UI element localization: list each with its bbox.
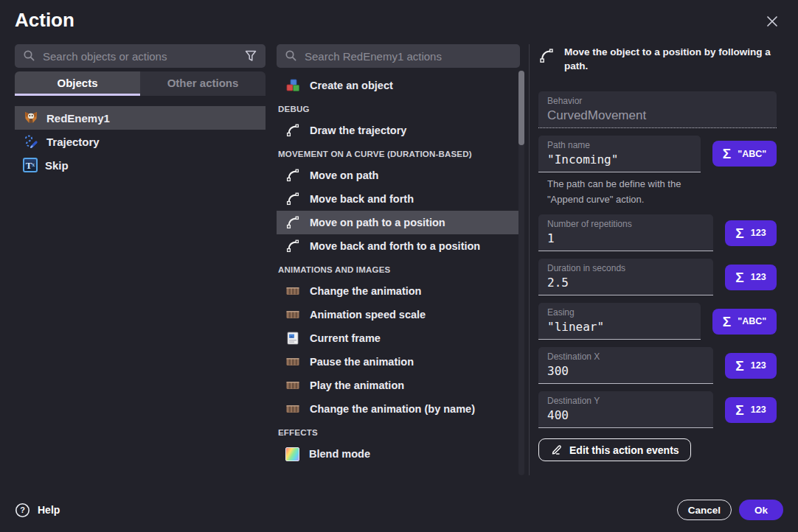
object-row-skip[interactable]: Tx Skip [15,153,266,177]
film-icon [285,307,300,322]
object-tabs: Objects Other actions [15,71,266,96]
easing-input[interactable] [547,318,692,335]
objects-panel: Objects Other actions RedEnemy1 [15,44,266,177]
destination-x-expression-button[interactable]: Σ 123 [725,353,777,379]
path-name-expression-button[interactable]: Σ "ABC" [712,141,777,167]
curve-icon [285,192,300,206]
help-icon: ? [15,503,30,518]
field-label: Destination Y [547,396,704,407]
action-description: Move the object to a position by followi… [538,46,777,74]
repetitions-expression-button[interactable]: Σ 123 [725,220,777,246]
easing-expression-button[interactable]: Σ "ABC" [712,309,777,335]
action-list-scrollbar[interactable] [518,70,524,475]
filter-icon[interactable] [243,49,258,63]
easing-field-row: Easing Σ "ABC" [538,303,777,340]
path-name-field: Path name [538,136,701,172]
duration-expression-button[interactable]: Σ 123 [725,265,777,290]
close-icon[interactable] [763,12,782,31]
destination-y-field-row: Destination Y Σ 123 [538,391,777,428]
svg-text:?: ? [20,505,25,514]
action-row-change-animation[interactable]: Change the animation [277,279,520,303]
object-label: Trajectory [46,136,100,148]
num-label: 123 [751,272,766,282]
action-label: Move on path [310,169,378,181]
ok-button[interactable]: Ok [739,500,783,520]
action-label: Animation speed scale [310,309,426,321]
curve-icon [285,168,300,183]
action-row-blend-mode[interactable]: Blend mode [277,442,520,466]
action-label: Create an object [310,80,393,91]
action-label: Blend mode [309,448,370,460]
cubes-icon [285,78,300,93]
repetitions-field: Number of repetitions [538,214,713,251]
destination-y-expression-button[interactable]: Σ 123 [725,397,777,423]
action-label: Move back and forth [310,193,414,205]
action-row-draw-trajectory[interactable]: Draw the trajectory [277,119,520,142]
field-label: Duration in seconds [547,263,704,274]
action-search-input[interactable] [305,50,513,63]
sigma-icon: Σ [735,359,743,373]
path-name-helper-text: The path can be define with the "Append … [547,177,718,208]
path-name-field-row: Path name Σ "ABC" [538,136,777,172]
scrollbar-thumb[interactable] [518,71,524,145]
destination-x-input[interactable] [547,363,704,379]
description-text: Move the object to a position by followi… [564,46,777,74]
duration-field: Duration in seconds [538,259,713,295]
action-row-create-object[interactable]: Create an object [277,74,520,97]
edit-button-label: Edit this action events [569,444,679,456]
action-label: Pause the animation [310,356,414,368]
path-name-input[interactable] [547,151,692,168]
destination-y-input[interactable] [547,407,704,424]
behavior-value: CurvedMovement [547,107,768,124]
blend-icon [285,447,299,461]
sigma-icon: Σ [735,270,743,284]
action-label: Change the animation (by name) [310,403,475,415]
tab-objects[interactable]: Objects [15,71,140,96]
tab-other-actions[interactable]: Other actions [140,71,266,96]
field-label: Path name [547,140,692,151]
action-label: Move back and forth to a position [310,240,480,252]
cancel-button[interactable]: Cancel [677,500,732,520]
object-row-redenemy1[interactable]: RedEnemy1 [15,106,266,130]
section-header-debug: DEBUG [277,101,520,117]
action-label: Move on path to a position [310,217,445,228]
field-label: Easing [547,307,692,318]
section-header-animations: ANIMATIONS AND IMAGES [277,262,520,278]
object-list: RedEnemy1 Trajectory Tx Skip [15,106,266,177]
easing-field: Easing [538,303,701,340]
action-label: Play the animation [310,379,404,391]
duration-input[interactable] [547,274,704,291]
destination-x-field: Destination X [538,347,713,384]
curve-icon [285,239,300,253]
object-search-input[interactable] [43,50,237,63]
action-row-pause-animation[interactable]: Pause the animation [277,350,520,374]
duration-field-row: Duration in seconds Σ 123 [538,259,777,295]
num-label: 123 [751,405,766,415]
sigma-icon: Σ [723,147,731,161]
action-search-box [277,44,520,68]
field-label: Number of repetitions [547,219,704,230]
action-row-move-back-forth[interactable]: Move back and forth [277,187,520,211]
object-search-box [15,44,266,68]
action-row-move-on-path[interactable]: Move on path [277,164,520,187]
sigma-icon: Σ [723,315,731,329]
action-row-current-frame[interactable]: Current frame [277,326,520,350]
film-icon [285,402,300,416]
repetitions-input[interactable] [547,230,704,247]
action-row-animation-speed-scale[interactable]: Animation speed scale [277,303,520,326]
object-label: RedEnemy1 [46,112,110,125]
repetitions-field-row: Number of repetitions Σ 123 [538,214,777,251]
object-row-trajectory[interactable]: Trajectory [15,130,266,153]
action-row-move-on-path-to-position[interactable]: Move on path to a position [277,211,520,234]
text-object-icon: Tx [23,158,38,172]
edit-action-events-button[interactable]: Edit this action events [538,438,691,461]
action-row-move-back-forth-to-position[interactable]: Move back and forth to a position [277,234,520,258]
field-label: Behavior [547,96,768,107]
num-label: 123 [751,360,766,371]
abc-label: "ABC" [738,316,766,326]
trajectory-curve-icon [23,133,39,150]
abc-label: "ABC" [738,149,766,159]
action-row-change-animation-by-name[interactable]: Change the animation (by name) [277,397,520,421]
help-button[interactable]: ? Help [15,503,60,518]
action-row-play-animation[interactable]: Play the animation [277,374,520,397]
